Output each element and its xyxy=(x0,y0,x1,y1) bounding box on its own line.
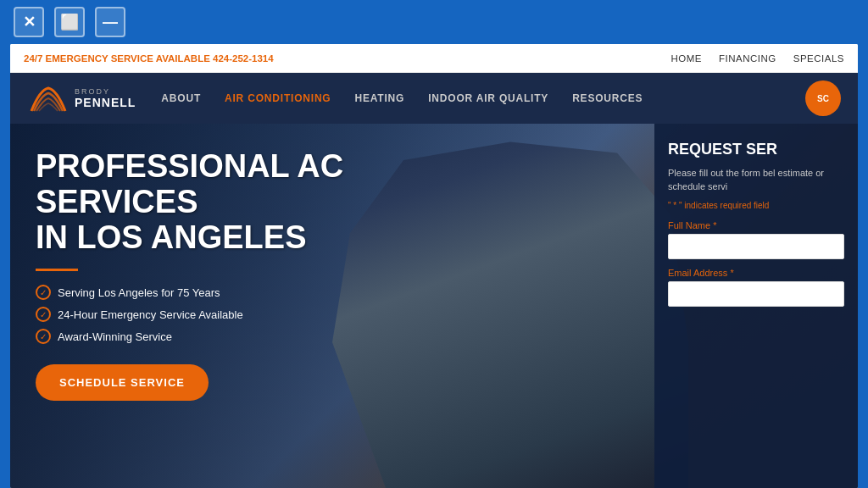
logo-brody: BRODY xyxy=(75,87,136,96)
schedule-service-button[interactable]: SCHEDULE SERVICE xyxy=(36,364,209,401)
feature-text-1: Serving Los Angeles for 75 Years xyxy=(58,286,220,299)
top-nav-financing[interactable]: FINANCING xyxy=(719,53,776,64)
check-icon-3: ✓ xyxy=(36,329,51,344)
hero-divider xyxy=(36,269,78,271)
minimize-button[interactable]: — xyxy=(95,7,125,37)
hero-feature-3: ✓ Award-Winning Service xyxy=(36,329,510,344)
top-nav-home[interactable]: HOME xyxy=(671,53,703,64)
logo-text: BRODY PENNELL xyxy=(75,87,136,109)
logo-icon xyxy=(27,81,70,115)
full-name-required: * xyxy=(713,220,716,230)
logo-pennell: PENNELL xyxy=(75,96,136,109)
email-label-text: Email Address xyxy=(668,268,727,278)
email-label: Email Address * xyxy=(668,268,844,278)
hero-feature-1: ✓ Serving Los Angeles for 75 Years xyxy=(36,285,510,300)
top-nav: HOME FINANCING SPECIALS xyxy=(671,53,845,64)
emergency-notice: 24/7 EMERGENCY SERVICE AVAILABLE 424-252… xyxy=(24,53,274,64)
email-input[interactable] xyxy=(668,281,844,307)
emergency-text: 24/7 EMERGENCY SERVICE AVAILABLE xyxy=(24,53,213,64)
full-name-input[interactable] xyxy=(668,234,844,259)
nav-heating[interactable]: HEATING xyxy=(354,92,404,104)
nav-cta-button[interactable]: SC xyxy=(805,80,841,116)
hero-title-line2: IN LOS ANGELES xyxy=(36,219,307,255)
full-name-label-text: Full Name xyxy=(668,220,710,230)
feature-text-3: Award-Winning Service xyxy=(58,330,172,343)
title-bar: ✕ ⬜ — xyxy=(0,0,868,44)
hero-features-list: ✓ Serving Los Angeles for 75 Years ✓ 24-… xyxy=(36,285,510,344)
top-nav-specials[interactable]: SPECIALS xyxy=(793,53,844,64)
required-note-text: indicates required field xyxy=(684,201,769,210)
email-required: * xyxy=(730,268,733,278)
feature-text-2: 24-Hour Emergency Service Available xyxy=(58,308,243,321)
check-icon-1: ✓ xyxy=(36,285,51,300)
nav-bar: BRODY PENNELL ABOUT AIR CONDITIONING HEA… xyxy=(10,73,858,124)
nav-air-conditioning[interactable]: AIR CONDITIONING xyxy=(225,92,331,104)
asterisk-symbol: " * " xyxy=(668,201,684,210)
hero-section: PROFESSIONAL AC SERVICES IN LOS ANGELES … xyxy=(10,124,858,488)
request-panel-description: Please fill out the form bel estimate or… xyxy=(668,166,844,194)
check-icon-2: ✓ xyxy=(36,307,51,322)
nav-indoor-air-quality[interactable]: INDOOR AIR QUALITY xyxy=(428,92,548,104)
close-button[interactable]: ✕ xyxy=(14,7,44,37)
full-name-label: Full Name * xyxy=(668,220,844,230)
full-name-field: Full Name * xyxy=(668,220,844,259)
browser-window: 24/7 EMERGENCY SERVICE AVAILABLE 424-252… xyxy=(10,44,858,488)
info-bar: 24/7 EMERGENCY SERVICE AVAILABLE 424-252… xyxy=(10,44,858,73)
request-service-panel: REQUEST SER Please fill out the form bel… xyxy=(654,124,858,488)
hero-title-line1: PROFESSIONAL AC SERVICES xyxy=(36,148,343,219)
phone-number[interactable]: 424-252-1314 xyxy=(213,53,274,64)
hero-feature-2: ✓ 24-Hour Emergency Service Available xyxy=(36,307,510,322)
maximize-button[interactable]: ⬜ xyxy=(54,7,85,37)
required-field-note: " * " indicates required field xyxy=(668,201,844,210)
email-field: Email Address * xyxy=(668,268,844,307)
nav-links: ABOUT AIR CONDITIONING HEATING INDOOR AI… xyxy=(161,92,805,104)
hero-title: PROFESSIONAL AC SERVICES IN LOS ANGELES xyxy=(36,149,510,255)
logo[interactable]: BRODY PENNELL xyxy=(27,81,136,115)
nav-resources[interactable]: RESOURCES xyxy=(572,92,643,104)
request-panel-title: REQUEST SER xyxy=(668,141,844,159)
hero-content: PROFESSIONAL AC SERVICES IN LOS ANGELES … xyxy=(36,149,510,488)
nav-about[interactable]: ABOUT xyxy=(161,92,201,104)
